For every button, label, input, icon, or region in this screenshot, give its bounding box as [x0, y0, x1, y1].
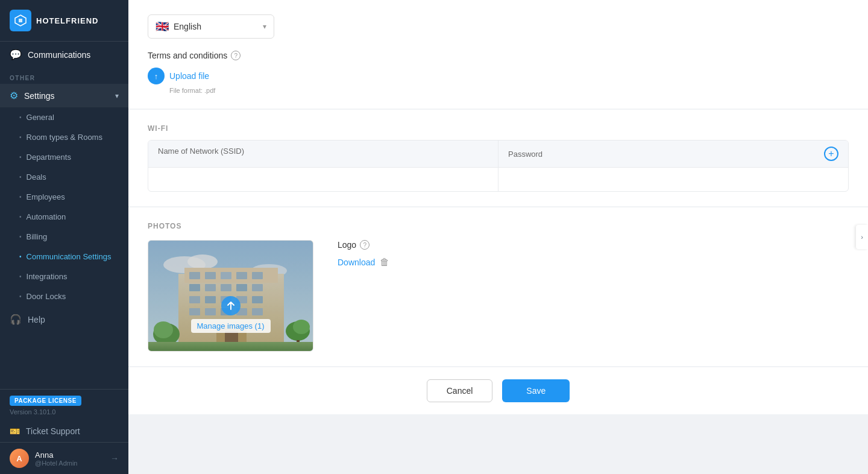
sidebar-item-label-communications: Communications — [28, 50, 90, 60]
terms-panel: 🇬🇧 English ▾ Terms and conditions ? ↑ Up… — [128, 0, 868, 109]
file-format-hint: File format: .pdf — [169, 87, 849, 94]
ticket-icon: 🎫 — [10, 426, 20, 436]
upload-file-button[interactable]: ↑ Upload file — [148, 68, 849, 84]
sidebar-item-label-communication-settings: Communication Settings — [27, 252, 112, 261]
ticket-support-label: Ticket Support — [26, 426, 80, 436]
photos-panel: PHOTOS — [128, 207, 868, 366]
right-collapse-button[interactable]: › — [856, 225, 868, 249]
user-role: @Hotel Admin — [35, 460, 104, 467]
manage-images-label[interactable]: Manage images (1) — [191, 319, 271, 333]
sidebar-item-label-departments: Departments — [27, 153, 71, 162]
settings-label: Settings — [24, 91, 55, 101]
logo-icon — [10, 10, 31, 31]
sidebar-item-label-automation: Automation — [27, 212, 66, 221]
wifi-table-row — [148, 168, 848, 191]
sidebar-item-label-help: Help — [28, 315, 45, 324]
sidebar-item-communication-settings[interactable]: Communication Settings — [0, 247, 128, 267]
chat-icon: 💬 — [10, 49, 22, 60]
save-button[interactable]: Save — [502, 379, 570, 402]
language-flag: 🇬🇧 — [156, 20, 169, 33]
upload-icon: ↑ — [148, 68, 165, 84]
sidebar-bottom: PACKAGE LICENSE Version 3.101.0 🎫 Ticket… — [0, 389, 128, 474]
sidebar: HOTELFRIEND 💬 Communications OTHER ⚙ Set… — [0, 0, 128, 474]
sidebar-item-label-room-types: Room types & Rooms — [27, 133, 102, 142]
sidebar-item-help[interactable]: 🎧 Help — [0, 306, 128, 332]
trash-icon[interactable]: 🗑 — [380, 257, 389, 268]
sidebar-item-door-locks[interactable]: Door Locks — [0, 286, 128, 306]
photos-content: Manage images (1) Logo ? Download 🗑 — [148, 240, 849, 352]
logo-section: Logo ? Download 🗑 — [338, 240, 849, 268]
wifi-table: Name of Network (SSID) Password + — [148, 140, 849, 192]
terms-help-icon[interactable]: ? — [231, 51, 241, 60]
language-chevron-icon: ▾ — [263, 22, 266, 31]
version-text: Version 3.101.0 — [0, 408, 128, 420]
user-info: Anna @Hotel Admin — [35, 450, 104, 467]
language-selector[interactable]: 🇬🇧 English ▾ — [148, 14, 274, 39]
wifi-section-label: WI-FI — [148, 124, 849, 133]
sidebar-item-automation[interactable]: Automation — [0, 207, 128, 227]
terms-section-title: Terms and conditions ? — [148, 51, 849, 60]
sidebar-item-departments[interactable]: Departments — [0, 147, 128, 167]
settings-gear-icon: ⚙ — [10, 90, 18, 101]
user-name: Anna — [35, 450, 104, 460]
wifi-ssid-header: Name of Network (SSID) — [148, 141, 498, 167]
sidebar-item-label-deals: Deals — [27, 172, 46, 182]
footer-actions: Cancel Save — [128, 367, 868, 414]
package-badge: PACKAGE LICENSE — [10, 396, 81, 406]
sidebar-item-label-general: General — [27, 113, 54, 122]
avatar: A — [10, 449, 29, 468]
add-wifi-row-button[interactable]: + — [824, 147, 838, 161]
wifi-ssid-cell — [148, 168, 498, 191]
cancel-button[interactable]: Cancel — [427, 379, 493, 402]
sidebar-settings-header[interactable]: ⚙ Settings ▾ — [0, 84, 128, 107]
sidebar-item-employees[interactable]: Employees — [0, 187, 128, 207]
photos-section-label: PHOTOS — [148, 222, 849, 230]
sidebar-item-billing[interactable]: Billing — [0, 227, 128, 247]
wifi-table-header: Name of Network (SSID) Password + — [148, 141, 848, 168]
hotel-photo-thumbnail[interactable]: Manage images (1) — [148, 240, 313, 352]
sidebar-item-communications[interactable]: 💬 Communications — [0, 42, 128, 68]
sidebar-item-label-integrations: Integrations — [27, 272, 68, 281]
logout-icon[interactable]: → — [110, 453, 119, 463]
language-selected: English — [174, 22, 201, 31]
sidebar-section-other: OTHER — [0, 68, 128, 84]
wifi-ssid-input[interactable] — [153, 170, 493, 189]
sidebar-item-label-door-locks: Door Locks — [27, 292, 66, 301]
help-icon: 🎧 — [10, 314, 22, 325]
svg-rect-1 — [19, 19, 22, 22]
wifi-password-input[interactable] — [503, 170, 843, 189]
sidebar-item-room-types[interactable]: Room types & Rooms — [0, 127, 128, 147]
logo-label: Logo ? — [338, 240, 849, 250]
logo-text: HOTELFRIEND — [36, 16, 98, 25]
download-link[interactable]: Download 🗑 — [338, 257, 849, 268]
cloud-upload-icon — [221, 296, 241, 315]
wifi-panel: WI-FI Name of Network (SSID) Password + — [128, 110, 868, 206]
settings-chevron-icon: ▾ — [115, 92, 119, 100]
wifi-password-header: Password + — [498, 141, 848, 167]
photo-overlay: Manage images (1) — [148, 241, 313, 351]
main-content: 🇬🇧 English ▾ Terms and conditions ? ↑ Up… — [128, 0, 868, 474]
sidebar-item-label-employees: Employees — [27, 192, 65, 201]
user-profile: A Anna @Hotel Admin → — [0, 442, 128, 474]
wifi-password-cell — [498, 168, 848, 191]
logo-help-icon[interactable]: ? — [360, 240, 370, 250]
sidebar-item-label-billing: Billing — [27, 232, 48, 241]
sidebar-item-deals[interactable]: Deals — [0, 167, 128, 187]
sidebar-item-integrations[interactable]: Integrations — [0, 267, 128, 286]
sidebar-item-general[interactable]: General — [0, 107, 128, 127]
sidebar-item-ticket-support[interactable]: 🎫 Ticket Support — [0, 420, 128, 442]
sidebar-logo[interactable]: HOTELFRIEND — [0, 0, 128, 42]
